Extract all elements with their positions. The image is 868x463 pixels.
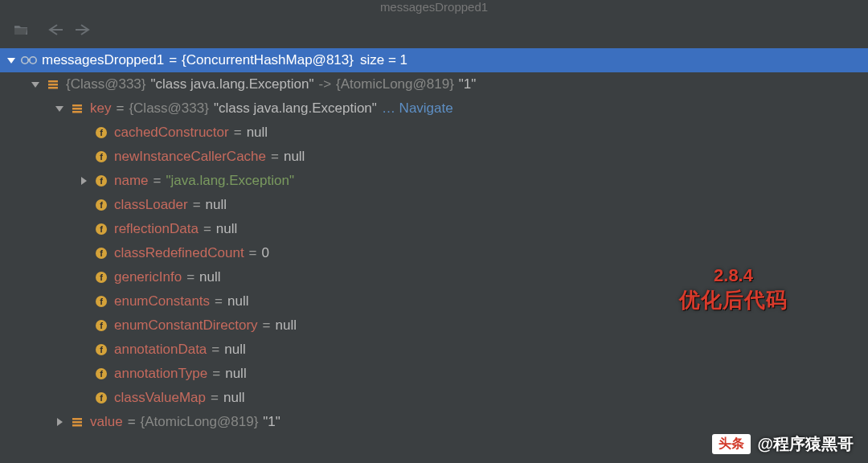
tree-field-row[interactable]: fclassLoader=null (0, 193, 868, 217)
svg-rect-4 (48, 87, 58, 89)
open-icon[interactable] (13, 22, 29, 38)
field-name: reflectionData (114, 217, 199, 241)
nav-forward-icon[interactable] (76, 24, 92, 35)
svg-rect-32 (72, 418, 82, 420)
equals: = (258, 313, 276, 338)
field-value: null (284, 145, 305, 169)
svg-rect-3 (48, 84, 58, 86)
svg-text:f: f (100, 393, 103, 403)
svg-text:f: f (100, 248, 103, 258)
equals: = (266, 145, 284, 169)
map-entry-icon (69, 414, 85, 430)
var-name: messagesDropped1 (42, 48, 164, 72)
navigate-link[interactable]: … Navigate (382, 96, 453, 121)
value-name: value (90, 410, 123, 434)
svg-text:f: f (100, 200, 103, 210)
field-icon: f (93, 149, 109, 165)
svg-text:f: f (100, 369, 103, 379)
tree-root-row[interactable]: messagesDropped1 = {ConcurrentHashMap@81… (0, 48, 868, 72)
field-icon: f (93, 245, 109, 261)
key-name: key (90, 96, 111, 121)
field-icon: f (93, 125, 109, 141)
field-icon: f (93, 197, 109, 213)
field-value: null (276, 313, 297, 338)
chevron-right-icon[interactable] (53, 416, 66, 428)
svg-text:f: f (100, 345, 103, 354)
equals: = (123, 410, 141, 434)
field-value: null (206, 193, 227, 217)
var-size: size = 1 (360, 48, 407, 72)
map-entry-icon (45, 76, 61, 92)
arrow: -> (313, 72, 336, 96)
equals: = (182, 265, 199, 289)
equals: = (164, 48, 182, 72)
svg-rect-2 (48, 80, 58, 83)
svg-text:f: f (100, 321, 103, 330)
tree-field-row[interactable]: fcachedConstructor=null (0, 121, 868, 145)
field-icon: f (93, 366, 109, 382)
entry-val-ref: {AtomicLong@819} (336, 72, 454, 96)
svg-rect-33 (72, 421, 82, 424)
tree-field-row[interactable]: fannotationType=null (0, 362, 868, 386)
entry-val-str: "1" (459, 72, 477, 96)
field-name: enumConstantDirectory (114, 313, 258, 338)
tree-field-row[interactable]: freflectionData=null (0, 217, 868, 241)
equals: = (229, 121, 247, 145)
field-icon: f (93, 342, 109, 358)
field-name: classLoader (114, 193, 188, 217)
tree-field-row[interactable]: fname="java.lang.Exception" (0, 169, 868, 193)
field-value: "java.lang.Exception" (166, 169, 294, 193)
tree-field-row[interactable]: fannotationData=null (0, 338, 868, 362)
equals: = (199, 217, 216, 241)
tree-field-row[interactable]: fclassValueMap=null (0, 386, 868, 410)
tree-field-row[interactable]: fclassRedefinedCount=0 (0, 241, 868, 265)
field-name: classValueMap (114, 386, 206, 410)
field-icon: f (93, 293, 109, 309)
field-name: cachedConstructor (114, 121, 229, 145)
svg-rect-5 (72, 104, 82, 107)
field-icon: f (93, 221, 109, 237)
field-name: genericInfo (114, 265, 182, 289)
nav-back-icon[interactable] (47, 24, 63, 35)
debugger-toolbar (0, 16, 868, 43)
map-entry-icon (69, 100, 85, 117)
watch-icon (21, 52, 37, 68)
equals: = (207, 362, 225, 386)
value-ref: {AtomicLong@819} (141, 410, 259, 434)
tree-entry-row[interactable]: {Class@333} "class java.lang.Exception" … (0, 72, 868, 96)
tree-field-row[interactable]: fgenericInfo=null (0, 265, 868, 289)
tab-title: messagesDropped1 (0, 0, 868, 16)
svg-rect-34 (72, 424, 82, 427)
svg-text:f: f (100, 176, 103, 186)
field-value: null (224, 338, 245, 362)
equals: = (149, 169, 166, 193)
svg-text:f: f (100, 128, 103, 137)
tree-field-row[interactable]: fnewInstanceCallerCache=null (0, 145, 868, 169)
equals: = (210, 289, 227, 313)
svg-text:f: f (100, 272, 103, 282)
field-value: null (223, 386, 244, 410)
chevron-down-icon[interactable] (29, 78, 42, 91)
field-value: null (247, 121, 268, 145)
field-value: null (216, 217, 237, 241)
svg-text:f: f (100, 152, 103, 162)
key-str: "class java.lang.Exception" (214, 96, 377, 121)
equals: = (207, 338, 224, 362)
field-name: name (114, 169, 149, 193)
chevron-down-icon[interactable] (53, 102, 66, 115)
tree-key-row[interactable]: key = {Class@333} "class java.lang.Excep… (0, 96, 868, 121)
field-value: null (225, 362, 246, 386)
field-value: null (227, 289, 248, 313)
tree-value-row[interactable]: value = {AtomicLong@819} "1" (0, 410, 868, 434)
equals: = (206, 386, 223, 410)
tree-field-row[interactable]: fenumConstants=null (0, 289, 868, 313)
tree-field-row[interactable]: fenumConstantDirectory=null (0, 313, 868, 338)
entry-key-str: "class java.lang.Exception" (151, 72, 314, 96)
field-value: 0 (262, 241, 269, 265)
chevron-down-icon[interactable] (5, 54, 18, 67)
svg-point-1 (30, 57, 36, 64)
field-icon: f (93, 318, 109, 334)
field-name: classRedefinedCount (114, 241, 244, 265)
variables-tree[interactable]: messagesDropped1 = {ConcurrentHashMap@81… (0, 43, 868, 434)
chevron-right-icon[interactable] (77, 174, 90, 187)
